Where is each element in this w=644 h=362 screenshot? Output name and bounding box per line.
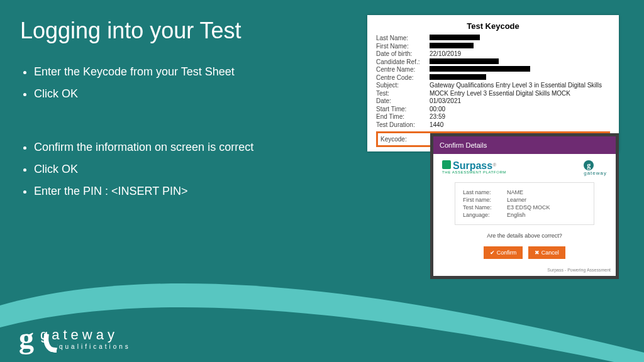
confirm-details-dialog: Confirm Details Surpass® THE ASSESSMENT … xyxy=(430,133,619,279)
confirm-value: NAME xyxy=(507,189,523,195)
redacted-block xyxy=(430,43,474,48)
confirm-row: First name:Learner xyxy=(463,197,586,203)
bullet-list-1: Enter the Keycode from your Test SheetCl… xyxy=(19,63,321,107)
confirm-row: Test Name:E3 EDSQ MOCK xyxy=(463,204,586,211)
test-sheet-value: 00:00 xyxy=(430,106,610,112)
test-sheet-value: 23:59 xyxy=(430,113,610,120)
test-sheet-row: Date:01/03/2021 xyxy=(376,97,610,104)
test-sheet-row: First Name: xyxy=(376,43,610,50)
test-sheet-label: Centre Name: xyxy=(376,66,430,73)
test-sheet-label: Start Time: xyxy=(376,106,430,112)
footer-logo: g gateway qualifications xyxy=(19,326,131,351)
bullet-item: Enter the Keycode from your Test Sheet xyxy=(34,63,321,81)
confirm-label: Language: xyxy=(463,212,507,218)
surpass-word: Surpass xyxy=(453,160,492,171)
surpass-tagline: THE ASSESSMENT PLATFORM xyxy=(442,170,506,174)
confirm-label: First name: xyxy=(463,197,507,203)
test-sheet-value xyxy=(430,43,610,50)
redacted-block xyxy=(430,35,480,40)
confirm-table: Last name:NAMEFirst name:LearnerTest Nam… xyxy=(455,182,594,225)
redacted-block xyxy=(430,58,499,64)
test-sheet-label: Test Duration: xyxy=(376,121,430,128)
test-sheet-value: 1440 xyxy=(430,121,610,128)
confirm-logo-row: Surpass® THE ASSESSMENT PLATFORM g gatew… xyxy=(442,160,607,176)
test-sheet-row: Test:MOCK Entry Level 3 Essential Digita… xyxy=(376,90,610,97)
test-sheet-row: Centre Name: xyxy=(376,66,610,73)
footer-logo-mark: g xyxy=(19,321,34,354)
confirm-value: Learner xyxy=(507,197,526,203)
page-title: Logging into your Test xyxy=(20,18,242,44)
test-sheet-label: Candidate Ref.: xyxy=(376,58,430,65)
slide: Logging into your Test Enter the Keycode… xyxy=(0,0,644,362)
test-sheet-label: First Name: xyxy=(376,43,430,50)
test-sheet-value: Gateway Qualifications Entry Level 3 in … xyxy=(430,82,610,89)
surpass-icon xyxy=(442,160,451,169)
confirm-question: Are the details above correct? xyxy=(442,233,607,239)
test-sheet-heading: Test Keycode xyxy=(376,21,610,31)
test-sheet-label: Subject: xyxy=(376,82,430,89)
test-keycode-sheet: Test Keycode Last Name:First Name:Date o… xyxy=(367,15,619,151)
test-sheet-row: Test Duration:1440 xyxy=(376,121,610,128)
redacted-block xyxy=(430,74,486,80)
test-sheet-label: Centre Code: xyxy=(376,74,430,81)
cancel-button[interactable]: ✖ Cancel xyxy=(528,246,565,259)
test-sheet-row: Candidate Ref.: xyxy=(376,58,610,65)
bullet-item: Confirm the information on screen is cor… xyxy=(34,138,321,156)
gateway-mini-mark: g xyxy=(584,160,594,170)
test-sheet-value: 01/03/2021 xyxy=(430,97,610,104)
keycode-label: Keycode: xyxy=(380,136,431,143)
test-sheet-value: 22/10/2019 xyxy=(430,50,610,57)
test-sheet-value xyxy=(430,58,610,65)
test-sheet-row: Date of birth:22/10/2019 xyxy=(376,50,610,57)
bullet-list-2: Confirm the information on screen is cor… xyxy=(19,138,321,204)
test-sheet-rows: Last Name:First Name:Date of birth:22/10… xyxy=(376,35,610,128)
confirm-row: Language:English xyxy=(463,212,586,218)
test-sheet-row: Subject:Gateway Qualifications Entry Lev… xyxy=(376,82,610,89)
confirm-label: Test Name: xyxy=(463,204,507,211)
test-sheet-label: Date of birth: xyxy=(376,50,430,57)
test-sheet-row: End Time:23:59 xyxy=(376,113,610,120)
confirm-row: Last name:NAME xyxy=(463,189,586,195)
bullet-item: Click OK xyxy=(34,160,321,178)
confirm-label: Last name: xyxy=(463,189,507,195)
test-sheet-value xyxy=(430,66,610,73)
confirm-footer: Surpass - Powering Assessment xyxy=(433,265,616,276)
test-sheet-label: Last Name: xyxy=(376,35,430,41)
confirm-value: E3 EDSQ MOCK xyxy=(507,204,550,211)
confirm-value: English xyxy=(507,212,526,218)
test-sheet-row: Centre Code: xyxy=(376,74,610,81)
surpass-logo: Surpass® THE ASSESSMENT PLATFORM xyxy=(442,160,506,174)
redacted-block xyxy=(430,66,530,72)
test-sheet-value: MOCK Entry Level 3 Essential Digital Ski… xyxy=(430,90,610,97)
footer-sub: qualifications xyxy=(59,343,131,350)
test-sheet-label: Test: xyxy=(376,90,430,97)
gateway-mini-word: gateway xyxy=(584,170,607,176)
test-sheet-row: Last Name: xyxy=(376,35,610,41)
test-sheet-value xyxy=(430,74,610,81)
test-sheet-row: Start Time:00:00 xyxy=(376,106,610,112)
test-sheet-label: Date: xyxy=(376,97,430,104)
confirm-header: Confirm Details xyxy=(433,136,616,154)
test-sheet-label: End Time: xyxy=(376,113,430,120)
bullet-item: Enter the PIN : <INSERT PIN> xyxy=(34,182,321,200)
test-sheet-value xyxy=(430,35,610,41)
bullet-item: Click OK xyxy=(34,85,321,103)
gateway-mini-logo: g gateway xyxy=(584,160,607,176)
confirm-button[interactable]: ✔ Confirm xyxy=(484,246,523,259)
